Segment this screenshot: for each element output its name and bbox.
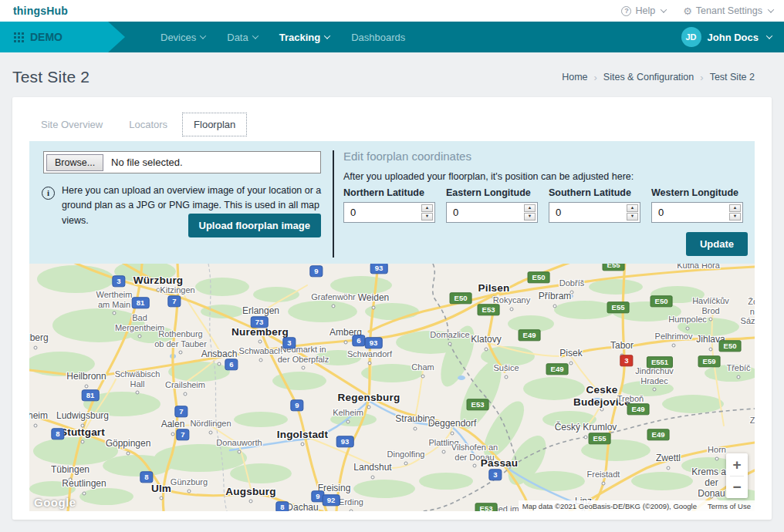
update-button[interactable]: Update — [686, 232, 748, 256]
page-title: Test Site 2 — [12, 68, 90, 86]
nav-item-label: Data — [227, 32, 248, 43]
field-eastern-longitude: Eastern Longitude▲▼ — [446, 187, 538, 223]
content-card: Site OverviewLocatorsFloorplan Browse...… — [12, 97, 772, 520]
spinner-up-button[interactable]: ▲ — [729, 204, 741, 212]
field-label: Eastern Longitude — [446, 187, 538, 198]
nav-item-devices[interactable]: Devices — [150, 32, 216, 43]
spinner-down-button[interactable]: ▼ — [421, 213, 433, 221]
field-label: Northern Latitude — [343, 187, 435, 198]
spinner-down-button[interactable]: ▼ — [627, 213, 638, 221]
eastern-longitude-input-wrap: ▲▼ — [446, 202, 538, 223]
nav-item-data[interactable]: Data — [216, 32, 268, 43]
map-zoom-control: + − — [726, 453, 748, 498]
nav-item-dashboards[interactable]: Dashboards — [340, 32, 416, 43]
spinner-up-button[interactable]: ▲ — [421, 204, 433, 212]
spinner-up-button[interactable]: ▲ — [524, 204, 536, 212]
help-menu[interactable]: ? Help — [621, 5, 666, 16]
site-name: DEMO — [30, 31, 63, 43]
spinner-down-button[interactable]: ▼ — [524, 213, 536, 221]
map-attribution: Map data ©2021 GeoBasis-DE/BKG (©2009), … — [522, 502, 697, 510]
breadcrumb-item-test-site-2: Test Site 2 — [710, 72, 755, 82]
coordinates-heading: Edit foorplan coordinates — [343, 150, 755, 163]
breadcrumb-separator: › — [700, 72, 703, 83]
chevron-down-icon — [324, 32, 330, 39]
upload-section: Browse... No file selected. i Here you c… — [29, 141, 333, 264]
tenant-settings-label: Tenant Settings — [696, 5, 762, 16]
coordinates-description: After you uploaded your floorplan, it's … — [343, 171, 755, 182]
map-graphics — [29, 264, 755, 511]
tab-locators[interactable]: Locators — [117, 113, 179, 136]
field-label: Western Longitude — [651, 187, 743, 198]
nav-item-tracking[interactable]: Tracking — [269, 32, 340, 43]
tab-floorplan[interactable]: Floorplan — [182, 113, 247, 136]
field-western-longitude: Western Longitude▲▼ — [651, 187, 743, 223]
file-status-text: No file selected. — [111, 157, 183, 168]
nav-item-label: Tracking — [279, 32, 320, 43]
spinner-down-button[interactable]: ▼ — [729, 213, 741, 221]
top-bar: thingsHub ? Help ⚙ Tenant Settings — [0, 0, 784, 22]
brand-logo[interactable]: thingsHub — [13, 5, 68, 17]
number-spinner: ▲▼ — [729, 204, 741, 221]
main-nav: DEMO DevicesDataTrackingDashboards JD Jo… — [0, 22, 784, 52]
tenant-settings-menu[interactable]: ⚙ Tenant Settings — [683, 5, 773, 16]
map-canvas[interactable]: WürzburgKitzingenWertheim am MainBad Mer… — [29, 264, 755, 511]
terms-of-use-link[interactable]: Terms of Use — [708, 502, 751, 510]
upload-floorplan-button[interactable]: Upload floorplan image — [188, 214, 321, 237]
breadcrumb-item-sites-configuration[interactable]: Sites & Configuration — [603, 72, 694, 82]
nav-menu: DevicesDataTrackingDashboards — [150, 32, 416, 43]
user-name: John Docs — [708, 32, 759, 43]
user-menu[interactable]: JD John Docs — [681, 27, 772, 47]
chevron-down-icon — [661, 6, 667, 12]
northern-latitude-input-wrap: ▲▼ — [343, 202, 435, 223]
grid-icon — [14, 32, 24, 42]
browse-button[interactable]: Browse... — [46, 154, 103, 171]
avatar: JD — [681, 27, 701, 47]
zoom-in-button[interactable]: + — [726, 453, 748, 476]
breadcrumb: Home›Sites & Configuration›Test Site 2 — [562, 72, 755, 83]
southern-latitude-input-wrap: ▲▼ — [549, 202, 640, 223]
file-input[interactable]: Browse... No file selected. — [43, 151, 321, 173]
number-spinner: ▲▼ — [421, 204, 433, 221]
info-icon: i — [42, 187, 55, 200]
tab-site-overview[interactable]: Site Overview — [29, 113, 114, 136]
chevron-down-icon — [766, 32, 772, 39]
tab-bar: Site OverviewLocatorsFloorplan — [29, 113, 755, 136]
nav-item-label: Devices — [161, 32, 196, 43]
floorplan-panel: Browse... No file selected. i Here you c… — [29, 141, 755, 264]
field-southern-latitude: Southern Latitude▲▼ — [549, 187, 640, 223]
panel-divider — [333, 150, 334, 258]
breadcrumb-separator: › — [594, 72, 597, 83]
nav-item-label: Dashboards — [351, 32, 405, 43]
spinner-up-button[interactable]: ▲ — [627, 204, 638, 212]
help-icon: ? — [621, 6, 631, 16]
field-northern-latitude: Northern Latitude▲▼ — [343, 187, 435, 223]
chevron-down-icon — [768, 6, 774, 12]
site-selector[interactable]: DEMO — [0, 22, 125, 52]
zoom-out-button[interactable]: − — [726, 476, 748, 499]
gear-icon: ⚙ — [683, 6, 692, 16]
western-longitude-input-wrap: ▲▼ — [651, 202, 743, 223]
help-label: Help — [635, 5, 655, 16]
field-label: Southern Latitude — [549, 187, 640, 198]
number-spinner: ▲▼ — [627, 204, 638, 221]
chevron-down-icon — [252, 32, 258, 39]
coordinates-fields: Northern Latitude▲▼Eastern Longitude▲▼So… — [343, 187, 755, 223]
coordinates-section: Edit foorplan coordinates After you uplo… — [343, 141, 755, 264]
chevron-down-icon — [200, 32, 206, 39]
breadcrumb-item-home[interactable]: Home — [562, 72, 587, 82]
number-spinner: ▲▼ — [524, 204, 536, 221]
